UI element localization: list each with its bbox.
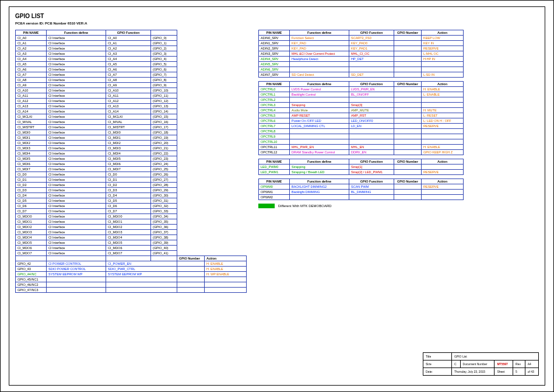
pin-name: OPCTRL0 — [259, 87, 290, 92]
pin-name: OPCTRL9 — [259, 134, 290, 139]
table-row: OPCTRL7LOCAL_DIMMING CTLLD_ENRESERVE — [259, 124, 464, 129]
gpio-fn: CI_A9 — [106, 83, 151, 88]
table-row: CI_MDI0CI InterfaceCI_MDI0(GPIO_18) — [16, 130, 177, 135]
gpio-num: (GPIO_36) — [151, 225, 177, 230]
pin-name: ADIN4_SRV — [259, 57, 290, 62]
tb-sheet-n: 5 — [513, 368, 525, 376]
gpio-num: (GPIO_14) — [151, 109, 177, 114]
fn-define: CI Interface — [47, 198, 106, 204]
action: H: ENABLE — [422, 87, 464, 92]
action — [205, 282, 247, 288]
pin-name: OPCTRL6 — [259, 118, 290, 124]
action: H:HP IN — [422, 57, 464, 62]
pin-name: CI_MDI1 — [16, 135, 47, 141]
gpio-number — [394, 62, 422, 67]
table-row: CI_D2CI InterfaceCI_D2(GPIO_28) — [16, 183, 177, 188]
gpio-number — [177, 282, 205, 288]
gpio-number — [394, 92, 422, 97]
fn-define: Strapping — [290, 103, 349, 108]
table-row: GPIO_46/NC2 — [16, 282, 247, 288]
gpio-num: (GPIO_3) — [151, 51, 177, 57]
tail-col-labels: GPIO NumberAction — [16, 256, 247, 261]
gpio-fn: SCAN PWM — [349, 184, 394, 190]
pin-name: ADIN1_SRV — [259, 41, 290, 46]
legend-swatch — [258, 204, 275, 208]
gpio-num: (GPIO_10) — [151, 88, 177, 93]
pin-name: CI_MDI7 — [16, 167, 47, 172]
table-row: LED_PWM0StrappingStrap[1] — [259, 164, 464, 170]
gpio-number — [394, 41, 422, 46]
pin-name: OPCTRL10 — [259, 139, 290, 145]
fn-define — [290, 139, 349, 145]
pin-name: ADIN5_SRV — [259, 62, 290, 67]
col-act: Action — [422, 30, 464, 36]
gpio-fn: CI_A5 — [106, 62, 151, 67]
gpio-num: (GPIO_25) — [151, 167, 177, 172]
table-row: OPCTRL4Audio MuteAMP_MUTEH: MUTE — [259, 108, 464, 113]
table-row: CI_A4CI InterfaceCI_A4(GPIO_4) — [16, 57, 177, 62]
gpio-fn: AMP_RST — [349, 113, 394, 118]
action: GPIO KEEP HIGH Z — [422, 150, 464, 155]
table-row: CI_MDI3CI InterfaceCI_MDI3(GPIO_21) — [16, 146, 177, 151]
table-row: OPCTRL9 — [259, 134, 464, 139]
gpio-fn: CI_MDI6 — [106, 162, 151, 167]
pin-name: OPWM2 — [259, 195, 290, 200]
gpio-num: (GPIO_27) — [151, 177, 177, 183]
action — [422, 195, 464, 200]
action: RESERVE — [422, 46, 464, 51]
fn-define: CI Interface — [47, 88, 106, 93]
fn-define: CI Interface — [47, 225, 106, 230]
gpio-fn: SCART2_FS0 — [349, 36, 394, 41]
gpio-num: (GPIO_21) — [151, 146, 177, 151]
table-row: CI_MIVALCI InterfaceCI_MIVAL(GPIO_16) — [16, 120, 177, 125]
pin-name: GPIO_44/NC — [16, 272, 47, 277]
gpio-number — [394, 145, 422, 150]
table-row: CI_MDO2CI InterfaceCI_MDO2(GPIO_36) — [16, 225, 177, 230]
tb-title-label: Title — [423, 353, 452, 360]
gpio-number — [394, 108, 422, 113]
pin-name: CI_A11 — [16, 93, 47, 99]
gpio-fn: CI_MDI7 — [106, 167, 151, 172]
col-fn: Function define — [290, 82, 349, 87]
gpio-fn — [106, 288, 177, 293]
tb-doc-label: Document Number — [460, 360, 495, 368]
pin-name: CI_D1 — [16, 177, 47, 183]
fn-define: CI Interface — [47, 125, 106, 130]
gpio-number — [394, 87, 422, 92]
table-row: CI_MDO6CI InterfaceCI_MDO6(GPIO_40) — [16, 246, 177, 251]
fn-define: CI Interface — [47, 46, 106, 51]
col-gnum: GPIO Number — [394, 159, 422, 164]
gpio-fn — [106, 277, 177, 282]
pin-name: CI_MDO6 — [16, 246, 47, 251]
fn-define: CI Interface — [47, 83, 106, 88]
action: H: WP ENABLE — [205, 272, 247, 277]
table-row: CI_MDO4CI InterfaceCI_MDO4(GPIO_38) — [16, 235, 177, 240]
gpio-num: (GPIO_0) — [151, 36, 177, 41]
gpio-num: (GPIO_30) — [151, 193, 177, 198]
gpio-fn: LVDS_PWR_EN — [349, 87, 394, 92]
gpio-fn: MHL_CI_OC — [349, 51, 394, 57]
pin-name: CI_A10 — [16, 88, 47, 93]
col-fn: Function define — [290, 159, 349, 164]
table-row: OPCTRL5AMP RESETAMP_RSTL: RESET — [259, 113, 464, 118]
col-gpf: GPIO Function — [349, 159, 394, 164]
action — [422, 62, 464, 67]
table-row: CI_MDO0CI InterfaceCI_MDO0(GPIO_34) — [16, 214, 177, 219]
pin-name: CI_D2 — [16, 183, 47, 188]
table-row: OPWM0BACKLIGHT DIMMING2SCAN PWMRESERVE — [259, 184, 464, 190]
gpio-fn — [349, 97, 394, 103]
gpio-fn — [349, 139, 394, 145]
gpio-number — [394, 129, 422, 134]
pin-name: CI_MDO4 — [16, 235, 47, 240]
pin-name: CI_MIVAL — [16, 120, 47, 125]
gpio-fn: CI_A8 — [106, 78, 151, 83]
pin-name: CI_A14 — [16, 109, 47, 114]
pin-name: LED_PWM1 — [259, 170, 290, 175]
gpio-fn: Strap[1] — [349, 164, 394, 170]
fn-define: DRAM Standby Power Control — [290, 150, 349, 155]
table-row: CI_A9CI InterfaceCI_A9(GPIO_9) — [16, 83, 177, 88]
gpio-number — [394, 103, 422, 108]
gpio-num: (GPIO_16) — [151, 120, 177, 125]
pin-name: CI_D4 — [16, 193, 47, 198]
gpio-fn: SD_DET — [349, 72, 394, 78]
